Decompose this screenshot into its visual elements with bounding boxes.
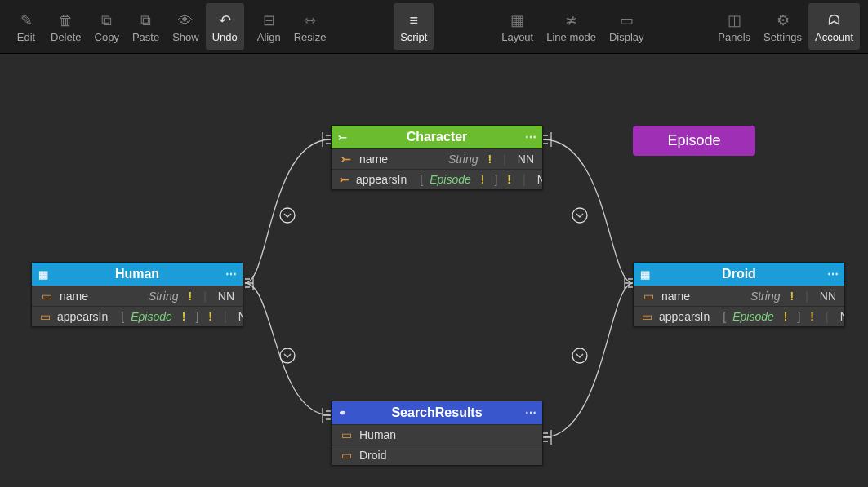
card-searchresults-head[interactable]: ⚭ SearchResults ⋯ — [332, 401, 542, 424]
card-searchresults[interactable]: ⚭ SearchResults ⋯ ▭ Human ▭ Droid — [331, 401, 543, 466]
svg-point-0 — [280, 208, 295, 223]
field-name: name — [661, 290, 690, 303]
card-character-title: Character — [407, 130, 468, 144]
field-type: String — [448, 153, 479, 166]
toolbar-group-align: ⊟ Align ⇿ Resize — [251, 3, 333, 50]
toolbar: ✎ Edit 🗑 Delete ⧉ Copy ⧉ Paste 👁 Show ↶ … — [0, 0, 868, 54]
canvas[interactable]: ⤚ Character ⋯ ⤚ name String ! | NN ⤚ app… — [0, 54, 868, 487]
enum-episode-label: Episode — [667, 132, 720, 148]
linemode-label: Line mode — [546, 31, 596, 43]
card-droid[interactable]: ▦ Droid ⋯ ▭ name String !| NN ▭ appearsI… — [633, 262, 845, 327]
paste-icon: ⧉ — [140, 10, 151, 31]
field-type: Episode — [732, 310, 774, 323]
field-icon: ⤚ — [340, 173, 349, 186]
interface-icon: ⤚ — [338, 131, 347, 144]
svg-point-3 — [572, 348, 587, 363]
field-type: Episode — [131, 310, 172, 323]
svg-point-1 — [280, 348, 295, 363]
undo-button[interactable]: ↶ Undo — [206, 3, 244, 50]
more-icon[interactable]: ⋯ — [225, 268, 236, 281]
field-type: String — [750, 290, 781, 303]
resize-icon: ⇿ — [304, 10, 316, 31]
align-button[interactable]: ⊟ Align — [251, 3, 287, 50]
field-name: appearsIn — [356, 173, 407, 186]
settings-button[interactable]: ⚙ Settings — [757, 3, 808, 50]
card-human[interactable]: ▦ Human ⋯ ▭ name String !| NN ▭ appearsI… — [31, 262, 243, 327]
toolbar-group-view: ▦ Layout ≭ Line mode ▭ Display — [495, 3, 650, 50]
panels-label: Panels — [718, 31, 750, 43]
field-icon: ▭ — [340, 428, 353, 441]
field-row[interactable]: ▭ appearsIn [Episode!] !| NN — [32, 306, 243, 326]
field-name: Human — [359, 428, 396, 441]
more-icon[interactable]: ⋯ — [827, 268, 838, 281]
align-label: Align — [257, 31, 281, 43]
eye-icon: 👁 — [178, 10, 193, 31]
card-droid-head[interactable]: ▦ Droid ⋯ — [634, 263, 844, 286]
field-row[interactable]: ⤚ appearsIn [Episode!] ! | NN — [332, 169, 542, 189]
undo-icon: ↶ — [219, 10, 231, 31]
toolbar-group-script: ≡ Script — [394, 3, 434, 50]
card-character-head[interactable]: ⤚ Character ⋯ — [332, 126, 542, 148]
more-icon[interactable]: ⋯ — [525, 131, 536, 144]
card-character[interactable]: ⤚ Character ⋯ ⤚ name String ! | NN ⤚ app… — [331, 125, 543, 190]
field-type: String — [149, 290, 179, 303]
script-button[interactable]: ≡ Script — [394, 3, 434, 50]
toolbar-group-edit: ✎ Edit 🗑 Delete ⧉ Copy ⧉ Paste 👁 Show ↶ … — [8, 3, 244, 50]
settings-label: Settings — [763, 31, 802, 43]
field-row[interactable]: ▭ name String !| NN — [32, 286, 243, 306]
type-icon: ▦ — [640, 268, 650, 281]
field-name: appearsIn — [659, 310, 710, 323]
enum-episode[interactable]: Episode — [633, 126, 755, 156]
pencil-icon: ✎ — [20, 10, 33, 31]
linemode-icon: ≭ — [565, 10, 577, 31]
field-name: name — [60, 290, 88, 303]
field-row[interactable]: ▭ Human — [332, 424, 542, 445]
card-droid-title: Droid — [722, 267, 756, 281]
account-label: Account — [815, 31, 853, 43]
panels-icon: ◫ — [728, 10, 741, 31]
undo-label: Undo — [212, 31, 238, 43]
show-label: Show — [172, 31, 199, 43]
card-human-head[interactable]: ▦ Human ⋯ — [32, 263, 243, 286]
resize-button[interactable]: ⇿ Resize — [287, 3, 333, 50]
show-button[interactable]: 👁 Show — [166, 3, 206, 50]
nn-badge: NN — [837, 310, 845, 323]
panels-button[interactable]: ◫ Panels — [711, 3, 757, 50]
card-searchresults-title: SearchResults — [391, 405, 482, 420]
nn-badge: NN — [817, 290, 836, 303]
copy-button[interactable]: ⧉ Copy — [88, 3, 126, 50]
not-null-bang: ! — [504, 173, 514, 186]
display-button[interactable]: ▭ Display — [603, 3, 651, 50]
delete-label: Delete — [51, 31, 82, 43]
field-row[interactable]: ▭ appearsIn [Episode!] !| NN — [634, 306, 844, 326]
nn-badge: NN — [514, 153, 534, 166]
edit-button[interactable]: ✎ Edit — [8, 3, 44, 50]
trash-icon: 🗑 — [59, 10, 73, 31]
layout-button[interactable]: ▦ Layout — [495, 3, 540, 50]
not-null-bang: ! — [484, 153, 495, 166]
copy-icon: ⧉ — [101, 10, 112, 31]
gear-icon: ⚙ — [777, 10, 790, 31]
union-icon: ⚭ — [338, 407, 347, 419]
resize-label: Resize — [294, 31, 327, 43]
toolbar-group-right: ◫ Panels ⚙ Settings ᗣ Account — [711, 3, 860, 50]
field-name: name — [359, 153, 388, 166]
linemode-button[interactable]: ≭ Line mode — [540, 3, 603, 50]
more-icon[interactable]: ⋯ — [525, 406, 536, 419]
field-icon: ▭ — [40, 310, 51, 323]
delete-button[interactable]: 🗑 Delete — [44, 3, 88, 50]
layout-label: Layout — [501, 31, 533, 43]
field-row[interactable]: ⤚ name String ! | NN — [332, 148, 542, 169]
field-type: Episode — [430, 173, 471, 186]
script-label: Script — [400, 31, 427, 43]
user-icon: ᗣ — [828, 10, 840, 31]
field-row[interactable]: ▭ name String !| NN — [634, 286, 844, 306]
account-button[interactable]: ᗣ Account — [808, 3, 860, 50]
edit-label: Edit — [17, 31, 35, 43]
svg-point-2 — [572, 208, 587, 223]
paste-button[interactable]: ⧉ Paste — [126, 3, 166, 50]
field-row[interactable]: ▭ Droid — [332, 445, 542, 465]
nn-badge: NN — [235, 310, 243, 323]
script-icon: ≡ — [410, 10, 419, 31]
copy-label: Copy — [95, 31, 119, 43]
